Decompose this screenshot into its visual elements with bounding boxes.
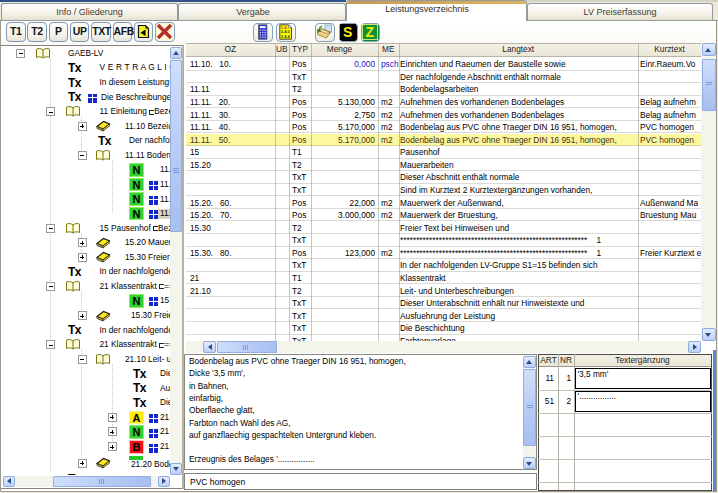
svg-text:3.4.4: 3.4.4 bbox=[281, 33, 291, 38]
